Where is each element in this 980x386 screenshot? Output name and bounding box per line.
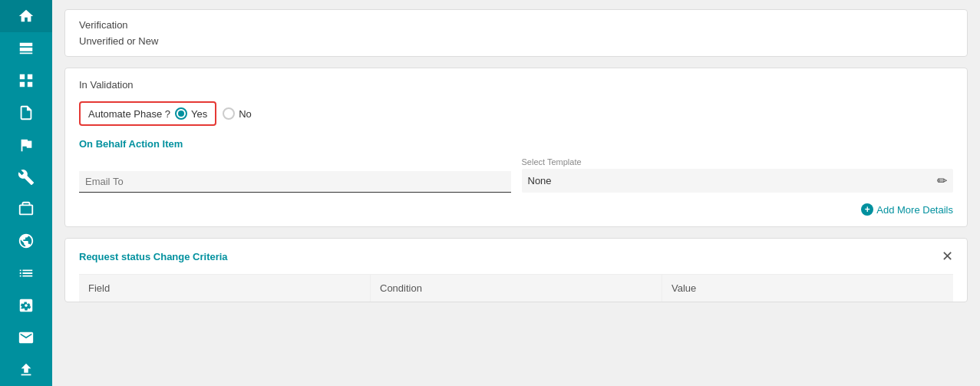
criteria-col-value: Value xyxy=(662,275,953,302)
settings-icon xyxy=(18,297,35,314)
criteria-col-condition: Condition xyxy=(371,275,662,302)
radio-yes-label: Yes xyxy=(191,108,207,120)
criteria-title: Request status Change Criteria xyxy=(79,251,228,262)
section-title: In Validation xyxy=(79,79,953,91)
verification-subtitle: Unverified or New xyxy=(79,35,953,47)
plus-circle-icon: + xyxy=(861,203,873,216)
grid-icon xyxy=(18,72,35,89)
edit-icon[interactable]: ✏ xyxy=(937,173,947,188)
sidebar-item-wrench[interactable] xyxy=(0,161,52,193)
verification-title: Verification xyxy=(79,19,953,31)
select-template-field[interactable]: None ✏ xyxy=(522,169,954,193)
automate-phase-label: Automate Phase ? xyxy=(88,108,170,120)
email-to-input[interactable] xyxy=(79,171,511,193)
sidebar-item-briefcase[interactable] xyxy=(0,193,52,226)
sidebar-item-list[interactable] xyxy=(0,257,52,289)
email-template-row: Select Template None ✏ xyxy=(79,157,953,193)
automate-phase-box: Automate Phase ? Yes xyxy=(79,101,216,126)
upload-icon xyxy=(18,361,35,378)
radio-no-circle[interactable] xyxy=(223,107,235,120)
in-validation-inner: In Validation Automate Phase ? Yes No On… xyxy=(65,68,967,226)
select-template-label: Select Template xyxy=(522,157,954,167)
sidebar-item-grid[interactable] xyxy=(0,64,52,97)
add-more-label: Add More Details xyxy=(876,204,953,216)
list-icon xyxy=(18,265,35,282)
criteria-table-header: Field Condition Value xyxy=(79,274,953,302)
document-icon xyxy=(18,104,35,121)
automate-phase-row: Automate Phase ? Yes No xyxy=(79,101,953,126)
radio-no-label: No xyxy=(239,108,252,120)
sidebar-item-chart[interactable] xyxy=(0,32,52,64)
add-more-button[interactable]: + Add More Details xyxy=(861,203,953,216)
sidebar-item-home[interactable] xyxy=(0,0,52,32)
mail-icon xyxy=(18,329,35,346)
select-template-value: None xyxy=(528,175,552,186)
sidebar-item-mail[interactable] xyxy=(0,322,52,354)
radio-yes-option[interactable]: Yes xyxy=(175,107,207,120)
main-content: Verification Unverified or New In Valida… xyxy=(52,0,980,386)
home-icon xyxy=(18,8,35,25)
add-more-row: + Add More Details xyxy=(79,203,953,216)
sidebar-item-document[interactable] xyxy=(0,97,52,129)
sidebar-item-settings[interactable] xyxy=(0,289,52,322)
criteria-close-button[interactable]: ✕ xyxy=(942,249,953,263)
in-validation-card: In Validation Automate Phase ? Yes No On… xyxy=(64,68,968,227)
chart-icon xyxy=(18,40,35,57)
sidebar-item-flag[interactable] xyxy=(0,129,52,161)
wrench-icon xyxy=(18,169,35,186)
sidebar xyxy=(0,0,52,386)
criteria-header: Request status Change Criteria ✕ xyxy=(79,249,953,263)
flag-icon xyxy=(18,137,35,153)
globe-icon xyxy=(18,233,35,249)
criteria-card: Request status Change Criteria ✕ Field C… xyxy=(64,238,968,302)
email-to-field xyxy=(79,171,511,193)
sidebar-item-globe[interactable] xyxy=(0,225,52,257)
select-template-wrapper: Select Template None ✏ xyxy=(522,157,954,193)
on-behalf-title: On Behalf Action Item xyxy=(79,138,953,150)
radio-no-option[interactable]: No xyxy=(223,107,252,120)
verification-section: Verification Unverified or New xyxy=(64,9,968,57)
briefcase-icon xyxy=(18,200,35,217)
sidebar-item-upload[interactable] xyxy=(0,354,52,386)
criteria-col-field: Field xyxy=(79,275,371,302)
radio-yes-circle[interactable] xyxy=(175,107,187,120)
